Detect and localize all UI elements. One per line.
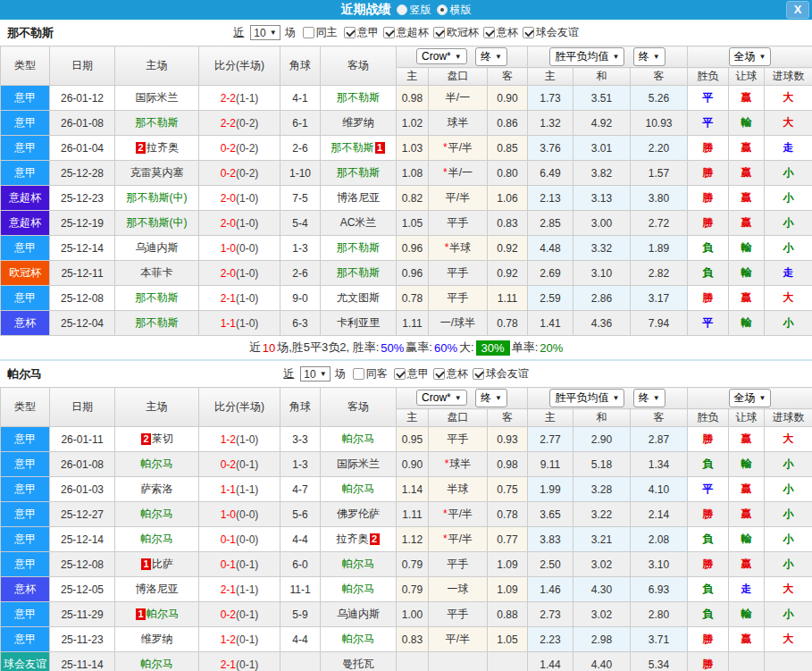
wdl-average-dropdown[interactable]: 胜平负均值▼ <box>549 47 624 66</box>
away-odds: 1.11 <box>488 286 528 311</box>
near-label[interactable]: 近 <box>283 366 294 382</box>
close-button[interactable]: X <box>786 1 809 19</box>
team-label: 那不勒斯 <box>136 291 179 304</box>
fulltime-score: 2-0 <box>221 217 236 230</box>
league-type-badge: 意甲 <box>1 286 50 311</box>
result-wdl: 平 <box>688 111 729 136</box>
match-score: 0-2(0-1) <box>199 452 280 477</box>
team-label: AC米兰 <box>340 216 377 229</box>
home-odds: 0.98 <box>397 86 429 111</box>
avg-draw-odds: 3.82 <box>573 161 631 186</box>
avg-draw-odds: 3.10 <box>573 261 631 286</box>
corner-score <box>280 652 321 671</box>
col-subheader-avg-draw: 和 <box>573 409 631 427</box>
checkbox-checked-icon <box>383 27 395 38</box>
odds-company-dropdown[interactable]: Crow*▼ <box>416 48 467 64</box>
team-label: 维罗纳 <box>141 633 173 645</box>
corner-score: 1-3 <box>280 452 321 477</box>
team-label: 佛罗伦萨 <box>337 507 380 520</box>
horizontal-mode-radio[interactable]: 横版 <box>437 3 472 18</box>
match-row: 意甲26-01-112莱切1-2(1-0)3-3帕尔马0.95平手0.932.7… <box>1 427 812 452</box>
match-row: 欧冠杯25-12-11本菲卡2-0(1-0)2-6那不勒斯0.96平手0.922… <box>1 261 812 286</box>
league-type-badge: 意甲 <box>1 136 50 161</box>
league-checkbox[interactable]: 欧冠杯 <box>433 25 479 40</box>
same-venue-checkbox[interactable]: 同客 <box>353 366 388 382</box>
chevron-down-icon: ▼ <box>612 53 619 61</box>
handicap-line: 平手 <box>429 261 488 286</box>
match-count-select[interactable]: 10 ▼ <box>300 366 330 382</box>
odds-company-dropdown[interactable]: Crow*▼ <box>416 390 467 406</box>
away-odds: 0.78 <box>488 502 528 527</box>
final-odds-dropdown[interactable]: 终▼ <box>475 389 507 407</box>
team-label: 帕尔马 <box>342 583 374 595</box>
fullmatch-group-header: 全场▼ <box>688 46 812 68</box>
chevron-down-icon: ▼ <box>270 29 277 37</box>
home-odds: 0.96 <box>397 261 429 286</box>
near-label[interactable]: 近 <box>233 25 244 40</box>
wdl-average-dropdown[interactable]: 胜平负均值▼ <box>549 389 624 407</box>
checkbox-checked-icon <box>483 27 495 38</box>
corner-score: 2-6 <box>280 136 321 161</box>
home-team: 那不勒斯(中) <box>115 186 199 211</box>
avg-home-odds: 2.69 <box>528 261 573 286</box>
team-label: 帕尔马 <box>342 633 374 645</box>
checkbox-checked-icon <box>344 27 356 38</box>
final-avg-dropdown[interactable]: 终▼ <box>633 47 666 66</box>
same-venue-checkbox[interactable]: 同主 <box>303 25 338 40</box>
away-odds: 1.06 <box>488 186 528 211</box>
result-wdl: 負 <box>688 602 729 627</box>
league-filter: 意甲意杯球会友谊 <box>389 366 529 382</box>
team-label: 那不勒斯 <box>136 116 179 129</box>
red-card-badge: 1 <box>136 608 146 620</box>
final-avg-dropdown[interactable]: 终▼ <box>633 389 666 407</box>
col-header-score: 比分(半场) <box>199 388 280 427</box>
league-checkbox[interactable]: 意甲 <box>394 366 429 382</box>
avg-draw-odds: 2.90 <box>573 427 631 452</box>
league-checkbox[interactable]: 意杯 <box>483 25 518 40</box>
away-team: 帕尔马 <box>321 577 397 602</box>
avg-away-odds: 5.26 <box>631 86 688 111</box>
away-team: 那不勒斯 <box>321 261 397 286</box>
halftime-score: (1-0) <box>236 192 258 205</box>
team-label: 那不勒斯 <box>337 241 380 254</box>
match-score: 0-2(0-2) <box>199 136 280 161</box>
away-odds: 0.83 <box>488 211 528 236</box>
team-label: 帕尔马 <box>141 507 173 520</box>
result-handicap <box>729 652 765 671</box>
avg-draw-odds: 2.98 <box>573 627 631 652</box>
result-wdl: 平 <box>688 311 729 336</box>
league-checkbox[interactable]: 球会友谊 <box>523 25 579 40</box>
red-card-badge: 2 <box>136 142 146 154</box>
col-subheader-avg-away: 客 <box>631 409 688 427</box>
team-label: 曼托瓦 <box>342 658 374 670</box>
avg-draw-odds: 3.22 <box>573 502 631 527</box>
chevron-down-icon: ▼ <box>320 370 327 378</box>
fullmatch-dropdown[interactable]: 全场▼ <box>729 47 772 66</box>
match-count-select[interactable]: 10 ▼ <box>250 25 280 40</box>
result-handicap: 贏 <box>729 86 765 111</box>
league-checkbox[interactable]: 球会友谊 <box>473 366 529 382</box>
result-wdl: 平 <box>688 86 729 111</box>
team-label: 本菲卡 <box>141 266 173 279</box>
league-checkbox[interactable]: 意超杯 <box>383 25 429 40</box>
league-type-badge: 欧冠杯 <box>1 261 50 286</box>
fulltime-score: 2-1 <box>221 292 236 305</box>
home-odds: 0.82 <box>397 186 429 211</box>
league-type-badge: 意杯 <box>1 311 50 336</box>
result-handicap: 贏 <box>729 286 765 311</box>
league-checkbox[interactable]: 意甲 <box>344 25 379 40</box>
red-card-badge: 2 <box>141 433 151 445</box>
avg-home-odds: 1.44 <box>528 652 573 671</box>
result-wdl: 負 <box>688 577 729 602</box>
fullmatch-dropdown[interactable]: 全场▼ <box>729 389 772 407</box>
away-team: 帕尔马 <box>321 552 397 577</box>
avg-home-odds: 9.11 <box>528 452 573 477</box>
avg-away-odds: 1.34 <box>631 452 688 477</box>
changed-odds-star-icon: * <box>445 457 449 470</box>
final-odds-dropdown[interactable]: 终▼ <box>475 47 507 66</box>
vertical-mode-radio[interactable]: 竖版 <box>397 3 431 18</box>
league-label: 意超杯 <box>397 25 429 40</box>
result-goals: 大 <box>765 111 812 136</box>
team-label: 帕尔马 <box>146 608 179 620</box>
league-checkbox[interactable]: 意杯 <box>433 366 468 382</box>
